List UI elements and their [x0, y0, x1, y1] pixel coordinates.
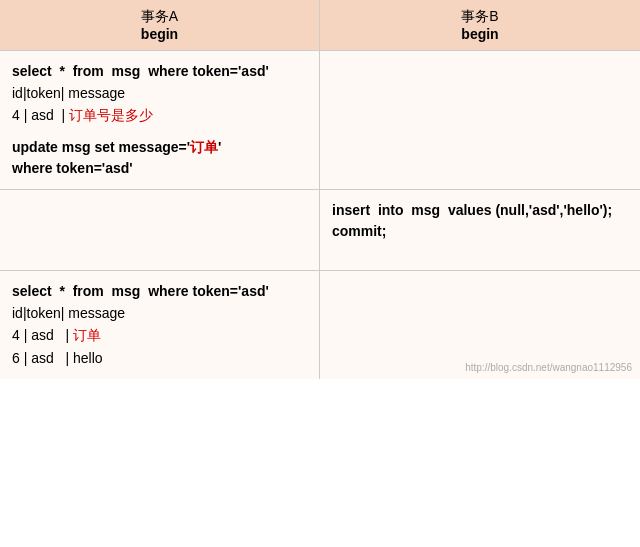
table-row: select * from msg where token='asd' id|t… [0, 271, 640, 379]
row3-right: http://blog.csdn.net/wangnao1112956 [320, 271, 640, 379]
header-b-zh: 事务B [332, 8, 628, 26]
row2-left [0, 190, 320, 270]
table-header: 事务A begin 事务B begin [0, 0, 640, 51]
row3-result-row2: 6 | asd | hello [12, 347, 307, 369]
watermark: http://blog.csdn.net/wangnao1112956 [461, 360, 636, 375]
row1-sql1: select * from msg where token='asd' [12, 61, 307, 82]
row3-result-header: id|token| message [12, 302, 307, 324]
row3-sql: select * from msg where token='asd' [12, 281, 307, 302]
row1-result-row: 4 | asd | 订单号是多少 [12, 104, 307, 126]
table-row: select * from msg where token='asd' id|t… [0, 51, 640, 190]
row1-left: select * from msg where token='asd' id|t… [0, 51, 320, 189]
header-b-en: begin [332, 26, 628, 42]
row1-update-chinese: 订单 [190, 139, 218, 155]
header-a-en: begin [12, 26, 307, 42]
row3-chinese1: 订单 [73, 327, 101, 343]
header-cell-b: 事务B begin [320, 0, 640, 50]
row3-left: select * from msg where token='asd' id|t… [0, 271, 320, 379]
row3-result-row1: 4 | asd | 订单 [12, 324, 307, 346]
row1-sql2: update msg set message='订单' [12, 137, 307, 158]
row2-commit: commit; [332, 221, 628, 242]
row2-sql: insert into msg values (null,'asd','hell… [332, 200, 628, 221]
main-table: 事务A begin 事务B begin select * from msg wh… [0, 0, 640, 379]
row1-right [320, 51, 640, 189]
header-cell-a: 事务A begin [0, 0, 320, 50]
row2-right: insert into msg values (null,'asd','hell… [320, 190, 640, 270]
row1-chinese: 订单号是多少 [69, 107, 153, 123]
header-a-zh: 事务A [12, 8, 307, 26]
row1-result-header: id|token| message [12, 82, 307, 104]
table-row: insert into msg values (null,'asd','hell… [0, 190, 640, 271]
row1-sql2b: where token='asd' [12, 158, 307, 179]
